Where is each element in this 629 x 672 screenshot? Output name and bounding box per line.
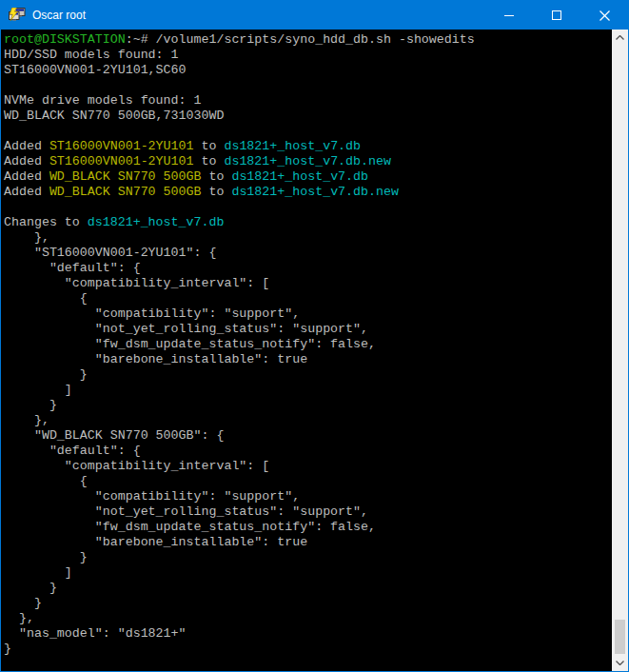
terminal-line: }	[4, 367, 612, 383]
terminal-line: "WD_BLACK SN770 500GB": {	[4, 428, 612, 444]
terminal-text-segment: "default": {	[4, 444, 141, 458]
terminal-line: WD_BLACK SN770 500GB,731030WD	[4, 109, 612, 124]
terminal-text-segment: {	[4, 291, 88, 306]
terminal-text-segment: ]	[4, 565, 72, 580]
terminal-line: NVMe drive models found: 1	[4, 93, 612, 109]
close-button[interactable]	[580, 1, 628, 30]
terminal-text-segment: },	[4, 230, 49, 245]
terminal-line	[4, 200, 612, 215]
terminal-line: ST16000VN001-2YU101,SC60	[4, 63, 612, 78]
terminal-text-segment: "nas_model": "ds1821+"	[4, 626, 187, 641]
terminal-text-segment: "compatibility_interval": [	[4, 459, 269, 473]
terminal-line: "default": {	[4, 261, 612, 276]
putty-window: Oscar root root@DISKSTATION:~# /volume1	[0, 0, 629, 672]
terminal-line: "fw_dsm_update_status_notify": false,	[4, 337, 612, 352]
terminal-line: }	[4, 642, 612, 657]
terminal-line	[4, 124, 612, 139]
scrollbar-up-arrow[interactable]	[612, 30, 628, 46]
terminal-line: }	[4, 398, 612, 413]
terminal-line: {	[4, 291, 612, 306]
scrollbar-thumb[interactable]	[615, 620, 625, 654]
terminal-line: "default": {	[4, 444, 612, 459]
terminal-line: },	[4, 611, 612, 626]
scrollbar-down-arrow[interactable]	[612, 655, 628, 671]
terminal-line: "compatibility_interval": [	[4, 276, 612, 291]
terminal-text-segment: "not_yet_rolling_status": "support",	[4, 504, 368, 519]
terminal-text-segment: Added	[4, 185, 49, 199]
putty-app-icon[interactable]	[9, 8, 26, 23]
terminal-line: "ST16000VN001-2YU101": {	[4, 246, 612, 261]
window-body: root@DISKSTATION:~# /volume1/scripts/syn…	[1, 30, 628, 671]
terminal-text-segment: to	[201, 185, 231, 199]
terminal-text-segment: ds1821+_host_v7.db	[231, 169, 368, 184]
terminal-line: HDD/SSD models found: 1	[4, 48, 612, 63]
terminal-text-segment: Added	[4, 169, 49, 184]
terminal-line	[4, 78, 612, 93]
terminal-line: ]	[4, 565, 612, 581]
terminal-text-segment: "ST16000VN001-2YU101": {	[4, 246, 216, 260]
terminal-text-segment: to	[194, 139, 225, 153]
terminal-line: Added WD_BLACK SN770 500GB to ds1821+_ho…	[4, 185, 612, 200]
terminal-text-segment: "compatibility_interval": [	[4, 276, 269, 290]
terminal-line: Changes to ds1821+_host_v7.db	[4, 215, 612, 230]
terminal-line: "compatibility": "support",	[4, 306, 612, 322]
terminal-line: "barebone_installable": true	[4, 535, 612, 550]
terminal-text-segment: "barebone_installable": true	[4, 352, 307, 366]
terminal-text-segment: "fw_dsm_update_status_notify": false,	[4, 337, 376, 351]
terminal-line: },	[4, 230, 612, 246]
terminal-line: root@DISKSTATION:~# /volume1/scripts/syn…	[4, 32, 612, 48]
maximize-icon	[552, 10, 561, 20]
terminal-line: "not_yet_rolling_status": "support",	[4, 322, 612, 337]
terminal-text-segment: Added	[4, 139, 49, 153]
terminal-text-segment: WD_BLACK SN770 500GB,731030WD	[4, 109, 224, 123]
terminal-text-segment: "fw_dsm_update_status_notify": false,	[4, 520, 376, 534]
terminal-text-segment: Changes to	[4, 215, 88, 229]
terminal-text-segment: WD_BLACK SN770 500GB	[49, 169, 202, 184]
window-title: Oscar root	[32, 9, 485, 22]
terminal-text-segment: :~# /volume1/scripts/syno_hdd_db.sh -sho…	[126, 32, 475, 47]
terminal-text-segment: ds1821+_host_v7.db	[88, 215, 225, 229]
terminal-line: Added WD_BLACK SN770 500GB to ds1821+_ho…	[4, 169, 612, 185]
terminal-text-segment: Added	[4, 154, 49, 168]
terminal-text-segment: "barebone_installable": true	[4, 535, 307, 549]
terminal-text-segment: to	[194, 154, 225, 168]
terminal-line: "compatibility": "support",	[4, 489, 612, 504]
minimize-button[interactable]	[485, 1, 533, 30]
terminal-line: }	[4, 596, 612, 611]
terminal-screen[interactable]: root@DISKSTATION:~# /volume1/scripts/syn…	[1, 30, 612, 671]
terminal-text-segment: ds1821+_host_v7.db.new	[224, 154, 391, 168]
terminal-text-segment: ds1821+_host_v7.db.new	[231, 185, 399, 199]
terminal-text-segment: NVMe drive models found: 1	[4, 93, 201, 108]
maximize-button[interactable]	[533, 1, 580, 30]
terminal-text-segment: ]	[4, 383, 72, 397]
terminal-text-segment: "compatibility": "support",	[4, 306, 300, 321]
minimize-icon	[504, 10, 514, 20]
terminal-line: },	[4, 413, 612, 428]
terminal-text-segment: "not_yet_rolling_status": "support",	[4, 322, 368, 336]
terminal-text-segment: WD_BLACK SN770 500GB	[49, 185, 202, 199]
terminal-line: "barebone_installable": true	[4, 352, 612, 367]
terminal-text-segment: to	[201, 169, 231, 184]
terminal-text-segment: HDD/SSD models found: 1	[4, 48, 179, 62]
scrollbar[interactable]	[612, 30, 628, 671]
terminal-text-segment: "compatibility": "support",	[4, 489, 300, 504]
terminal-text-segment: }	[4, 642, 11, 656]
titlebar[interactable]: Oscar root	[1, 1, 628, 30]
terminal-text-segment: "WD_BLACK SN770 500GB": {	[4, 428, 224, 443]
terminal-text-segment: },	[4, 611, 34, 625]
terminal-line: "not_yet_rolling_status": "support",	[4, 504, 612, 520]
terminal-text-segment: }	[4, 550, 88, 564]
terminal-text-segment: ST16000VN001-2YU101,SC60	[4, 63, 187, 77]
terminal-line: ]	[4, 383, 612, 398]
terminal-text-segment: ds1821+_host_v7.db	[224, 139, 361, 153]
terminal-line: "compatibility_interval": [	[4, 459, 612, 474]
terminal-text-segment: }	[4, 581, 57, 595]
terminal-line: }	[4, 581, 612, 596]
close-icon	[600, 10, 610, 21]
terminal-line: Added ST16000VN001-2YU101 to ds1821+_hos…	[4, 154, 612, 169]
terminal-text-segment: }	[4, 596, 42, 610]
scrollbar-track[interactable]	[612, 46, 628, 655]
terminal-text-segment: "default": {	[4, 261, 141, 275]
terminal-text-segment: {	[4, 474, 88, 488]
window-controls	[485, 1, 628, 30]
